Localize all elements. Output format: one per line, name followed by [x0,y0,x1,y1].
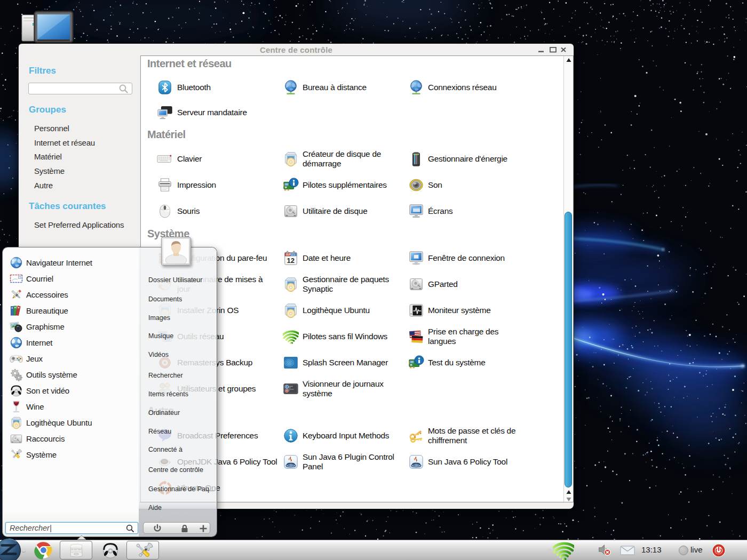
svg-text:12: 12 [287,257,295,265]
